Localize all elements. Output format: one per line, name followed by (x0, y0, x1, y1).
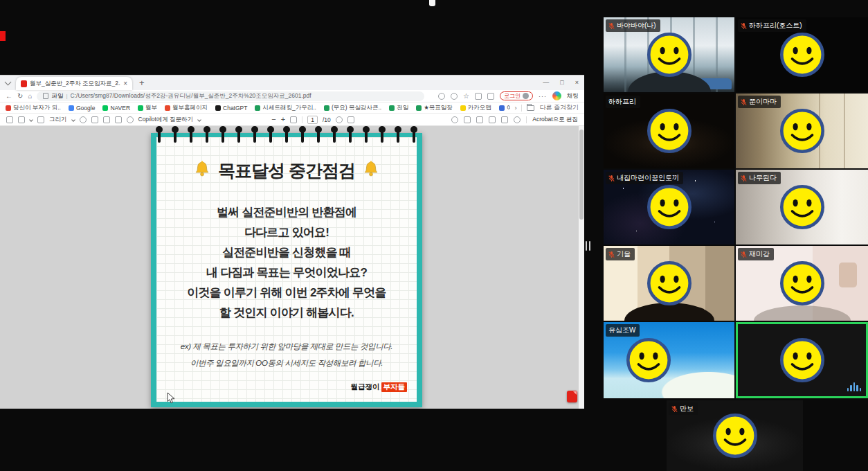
binder-pin (349, 127, 352, 143)
window-divider-handle[interactable] (586, 241, 590, 251)
participant-tile[interactable]: 재미강 (736, 246, 868, 321)
participant-tile[interactable]: 바야바야(나) (604, 17, 734, 92)
scrollbar[interactable] (579, 126, 584, 409)
divider (526, 116, 527, 123)
back-icon[interactable]: ← (6, 93, 12, 100)
bookmark-favicon (165, 105, 170, 111)
page-number-input[interactable]: 1 (307, 116, 318, 124)
fit-page-icon[interactable] (290, 116, 297, 123)
bookmark-label: Google (76, 105, 95, 112)
capture-icon[interactable] (347, 116, 354, 123)
gear-icon[interactable] (514, 116, 521, 123)
pen-icon[interactable] (37, 116, 44, 123)
url-field[interactable]: 파일 | C:/Users/smg87/Downloads/성주2강-권유디님/… (37, 91, 424, 101)
bookmark-item[interactable]: 시세트래킹_가우리.. (255, 104, 316, 112)
audio-level-icon (847, 382, 862, 391)
fullscreen-icon[interactable] (501, 116, 508, 123)
collections-icon[interactable] (475, 93, 482, 100)
page-view-icon[interactable] (91, 116, 98, 123)
close-button[interactable]: × (575, 79, 579, 86)
binder-pin (237, 127, 240, 143)
edge-profile-icon[interactable] (552, 91, 561, 100)
tab-search-icon[interactable] (5, 79, 12, 86)
translate-icon[interactable] (438, 93, 445, 100)
more-menu-icon[interactable]: ··· (539, 93, 547, 100)
zoom-out-button[interactable]: − (271, 116, 275, 123)
tab-strip: 월부_실준반_2주차 조모임자료_2.. × + — □ × (0, 75, 584, 90)
copilot-label[interactable]: Copilot에게 질문하기 (138, 116, 194, 124)
acrobat-floating-button[interactable] (567, 391, 577, 402)
smiley-face-overlay (779, 32, 825, 78)
eraser-icon[interactable] (80, 116, 87, 123)
favorite-star-icon[interactable]: ☆ (463, 93, 469, 100)
print-icon[interactable] (464, 116, 471, 123)
chevron-down-icon[interactable] (29, 118, 33, 122)
bookmark-label: 카카오맵 (468, 104, 491, 112)
login-button[interactable]: 로그인 (500, 91, 533, 100)
bookmark-item[interactable]: NAVER (102, 105, 130, 112)
participant-tile[interactable]: 유심조W (604, 322, 734, 398)
refresh-icon[interactable]: ↻ (17, 93, 23, 100)
rotate-icon[interactable] (336, 116, 343, 123)
bookmark-item[interactable]: 전일 (389, 104, 408, 112)
mic-muted-icon (608, 251, 615, 258)
participant-tile[interactable]: 내집마련이꿈인토끼 (604, 170, 734, 245)
participant-tile[interactable]: 나무된다 (736, 170, 868, 245)
participant-name: 유심조W (608, 326, 635, 335)
text-size-icon[interactable] (103, 116, 110, 123)
participant-name: 바야바야(나) (617, 21, 656, 30)
participant-tile[interactable]: 쭌이마마 (736, 94, 868, 168)
participant-tile[interactable]: 하하프리(호스트) (736, 17, 868, 92)
bookmark-label: NAVER (110, 105, 130, 112)
home-icon[interactable]: ⌂ (28, 93, 32, 100)
url-text: C:/Users/smg87/Downloads/성주2강-권유디님/월부_실준… (71, 92, 311, 100)
zoom-level-icon[interactable] (451, 93, 458, 100)
browser-tab[interactable]: 월부_실준반_2주차 조모임자료_2.. × (16, 77, 132, 90)
smiley-face-overlay (779, 184, 825, 230)
bookmarks-overflow-icon[interactable]: › (514, 105, 516, 112)
binder-pin (381, 127, 383, 143)
acrobat-edit-button[interactable]: Acrobat으로 편집 (532, 116, 578, 124)
participant-tile[interactable]: 기을 (604, 246, 734, 321)
bookmark-item[interactable]: Google (69, 105, 95, 112)
other-favorites-label[interactable]: 다른 즐겨찾기 (539, 103, 579, 112)
participant-tile[interactable] (736, 322, 868, 398)
bookmark-label: (무요) 목실감사큰.. (332, 104, 381, 112)
search-icon[interactable] (451, 116, 458, 123)
chevron-down-icon[interactable] (197, 118, 201, 122)
binder-pin (190, 127, 192, 143)
zoom-in-button[interactable]: + (281, 116, 285, 123)
bookmark-item[interactable]: 월부 (138, 104, 157, 112)
read-aloud-icon[interactable] (115, 116, 122, 123)
maximize-button[interactable]: □ (560, 79, 563, 86)
participant-tile[interactable]: 하하프리 (604, 94, 734, 168)
chevron-down-icon[interactable] (71, 118, 75, 122)
copilot-icon[interactable] (127, 116, 134, 123)
participant-tile[interactable]: 만보 (667, 400, 803, 471)
scrollbar-thumb[interactable] (579, 130, 584, 220)
desktop: 월부_실준반_2주차 조모임자료_2.. × + — □ × ← ↻ ⌂ 파일 … (0, 0, 868, 471)
minimize-button[interactable]: — (543, 79, 549, 86)
bookmark-item[interactable]: 아파트 실거래가.. (499, 104, 511, 112)
highlighter-icon[interactable] (18, 116, 25, 123)
draw-label[interactable]: 그리기 (49, 116, 67, 124)
bookmark-item[interactable]: 월부홈페이지 (165, 104, 208, 112)
save-as-icon[interactable] (489, 116, 496, 123)
tab-close-icon[interactable]: × (123, 80, 127, 87)
save-icon[interactable] (476, 116, 483, 123)
pdf-body-line: 내 다짐과 목표는 무엇이었나요? (156, 263, 417, 283)
bookmark-item[interactable]: 당신이 부자가 되.. (6, 104, 61, 112)
chat-label[interactable]: 채팅 (567, 92, 579, 100)
participant-name: 하하프리 (608, 97, 636, 107)
bookmark-item[interactable]: (무요) 목실감사큰.. (324, 104, 381, 112)
bookmark-item[interactable]: 카카오맵 (460, 104, 491, 112)
menu-icon[interactable] (6, 116, 13, 123)
bookmark-label: ★목표일장 (424, 104, 453, 112)
pdf-viewer[interactable]: 목표달성 중간점검 벌써 실전준비반의 반환점에다다르고 있어요!실전준비반을 … (0, 126, 584, 409)
bookmark-item[interactable]: ChatGPT (215, 105, 247, 112)
new-tab-button[interactable]: + (139, 78, 145, 88)
extensions-icon[interactable] (487, 93, 494, 100)
bookmark-favicon (215, 105, 221, 111)
bookmark-item[interactable]: ★목표일장 (416, 104, 453, 112)
bookmark-favicon (460, 105, 466, 111)
